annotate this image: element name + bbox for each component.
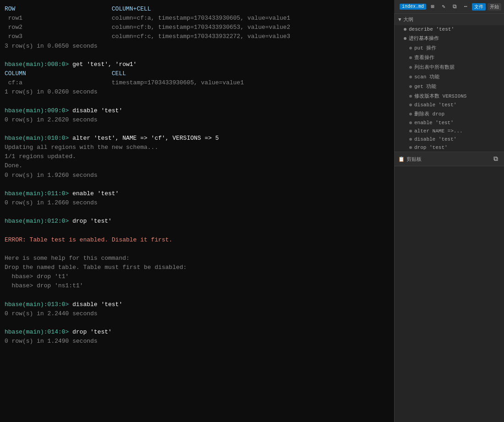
help-text: hbase> drop 'ns1:t1' xyxy=(5,282,83,289)
outline-dot xyxy=(409,66,412,69)
prompt-cmd: drop 'test' xyxy=(69,329,112,335)
outline-item[interactable]: 修改版本数 VERSIONS xyxy=(395,91,504,101)
terminal-line: hbase(main):010:0> alter 'test', NAME =>… xyxy=(5,134,390,143)
edit-icon[interactable]: ✎ xyxy=(439,2,448,11)
terminal-line: 0 row(s) in 2.2620 seconds xyxy=(5,115,390,125)
outline-item-label: disable 'test' xyxy=(414,137,456,142)
error-text: ERROR: Table test is enabled. Disable it… xyxy=(5,236,173,243)
row-cell-header: ROW COLUMN+CELL xyxy=(5,5,151,12)
outline-dot xyxy=(409,138,412,141)
output-text: Done. xyxy=(5,162,22,169)
output-text: cf:a timestamp=1703433930605, value=valu… xyxy=(5,79,244,86)
output-text: 1/1 regions updated. xyxy=(5,153,76,160)
terminal-line xyxy=(5,51,390,60)
outline-item-label: put 操作 xyxy=(414,44,436,51)
outline-group-header[interactable]: ▼ 大纲 xyxy=(395,14,504,25)
terminal-line: 0 row(s) in 1.2660 seconds xyxy=(5,198,390,208)
prompt-cmd: disable 'test' xyxy=(69,301,122,308)
outline-item[interactable]: get 功能 xyxy=(395,82,504,91)
prompt-label: hbase(main):012:0> xyxy=(5,218,69,225)
outline-item-label: 列出表中所有数据 xyxy=(414,64,455,71)
outline-label: 大纲 xyxy=(403,16,413,23)
output-text: row2 column=cf:b, timestamp=170343393065… xyxy=(5,24,290,31)
outline-dot xyxy=(409,121,412,124)
outline-dot xyxy=(409,76,412,78)
outline-item-label: drop 'test' xyxy=(414,145,448,150)
terminal-line xyxy=(5,97,390,106)
output-text: 0 row(s) in 1.2490 seconds xyxy=(5,338,98,345)
more-icon[interactable]: ⋯ xyxy=(461,2,470,11)
terminal-line: Drop the named table. Table must first b… xyxy=(5,263,390,272)
output-text: 3 row(s) in 0.0650 seconds xyxy=(5,43,98,49)
terminal-line: Here is some help for this command: xyxy=(5,254,390,263)
outline-dot xyxy=(409,113,412,115)
outline-item[interactable]: 列出表中所有数据 xyxy=(395,62,504,72)
outline-dot xyxy=(409,47,412,49)
terminal-line xyxy=(5,318,390,328)
terminal-line: Done. xyxy=(5,161,390,170)
prompt-cmd: alter 'test', NAME => 'cf', VERSIONS => … xyxy=(69,135,219,142)
terminal-line: COLUMN CELL xyxy=(5,69,390,78)
file-badge[interactable]: index.md xyxy=(400,4,426,10)
terminal-line: row2 column=cf:b, timestamp=170343393065… xyxy=(5,23,390,32)
terminal-line: ROW COLUMN+CELL xyxy=(5,5,390,14)
output-text: 0 row(s) in 2.2440 seconds xyxy=(5,310,98,317)
output-text: row3 column=cf:c, timestamp=170343393227… xyxy=(5,33,290,40)
help-text: Here is some help for this command: xyxy=(5,255,130,262)
file-btn[interactable]: 文件 xyxy=(472,3,486,11)
clipboard-icon: 📋 xyxy=(398,156,405,162)
outline-item-label: scan 功能 xyxy=(414,73,439,80)
outline-item[interactable]: alter NAME =>... xyxy=(395,127,504,135)
outline-item[interactable]: drop 'test' xyxy=(395,143,504,152)
outline-item[interactable]: put 操作 xyxy=(395,43,504,53)
grid-icon[interactable]: ⊞ xyxy=(428,2,437,11)
outline-item[interactable]: 删除表 drop xyxy=(395,109,504,119)
outline-dot xyxy=(404,37,406,40)
outline-dot xyxy=(409,146,412,149)
outline-item[interactable]: 查看操作 xyxy=(395,53,504,62)
outline-item[interactable]: scan 功能 xyxy=(395,72,504,82)
outline-item-label: 删除表 drop xyxy=(414,110,444,117)
outline-item[interactable]: disable 'test' xyxy=(395,135,504,143)
terminal-line xyxy=(5,245,390,254)
terminal-line: hbase(main):008:0> get 'test', 'row1' xyxy=(5,60,390,69)
outline-item[interactable]: describe 'test' xyxy=(395,25,504,33)
prompt-cmd: enable 'test' xyxy=(69,190,119,197)
prompt-label: hbase(main):008:0> xyxy=(5,61,69,68)
terminal-line: hbase> drop 'ns1:t1' xyxy=(5,281,390,290)
terminal-line: hbase(main):009:0> disable 'test' xyxy=(5,106,390,115)
prompt-label: hbase(main):013:0> xyxy=(5,301,69,308)
outline-dot xyxy=(409,130,412,132)
prompt-label: hbase(main):009:0> xyxy=(5,107,69,114)
outline-items-container: describe 'test'进行基本操作put 操作查看操作列出表中所有数据s… xyxy=(395,25,504,152)
clipboard-expand-icon[interactable]: ⧉ xyxy=(491,154,500,164)
split-icon[interactable]: ⧉ xyxy=(450,2,459,11)
terminal-line: 0 row(s) in 1.2490 seconds xyxy=(5,337,390,346)
clipboard-header[interactable]: 📋 剪贴板 ⧉ xyxy=(395,152,504,166)
outline-dot xyxy=(404,28,406,31)
output-text: 0 row(s) in 1.9260 seconds xyxy=(5,172,98,179)
open-btn[interactable]: 开始 xyxy=(488,3,501,11)
output-text: 0 row(s) in 2.2620 seconds xyxy=(5,116,98,123)
output-text: Updating all regions with the new schema… xyxy=(5,144,158,151)
terminal-line: hbase(main):012:0> drop 'test' xyxy=(5,217,390,226)
clipboard-label: 剪贴板 xyxy=(406,156,422,163)
prompt-label: hbase(main):010:0> xyxy=(5,135,69,142)
outline-item[interactable]: disable 'test' xyxy=(395,101,504,109)
terminal-line: 1 row(s) in 0.0260 seconds xyxy=(5,88,390,97)
outline-item-label: 进行基本操作 xyxy=(409,35,439,42)
outline-item-label: 查看操作 xyxy=(414,54,434,61)
terminal-line: hbase(main):013:0> disable 'test' xyxy=(5,300,390,309)
terminal-line: 0 row(s) in 1.9260 seconds xyxy=(5,171,390,180)
outline-item[interactable]: enable 'test' xyxy=(395,119,504,127)
terminal-panel[interactable]: ROW COLUMN+CELL row1 column=cf:a, timest… xyxy=(0,0,394,422)
right-top-bar: index.md ⊞ ✎ ⧉ ⋯ 文件 开始 xyxy=(394,0,504,14)
terminal-line: row1 column=cf:a, timestamp=170343393060… xyxy=(5,14,390,23)
terminal-line xyxy=(5,125,390,134)
help-text: Drop the named table. Table must first b… xyxy=(5,264,187,271)
outline-item[interactable]: 进行基本操作 xyxy=(395,33,504,43)
outline-item-label: enable 'test' xyxy=(414,120,454,126)
outline-dot xyxy=(409,104,412,106)
prompt-cmd: drop 'test' xyxy=(69,218,112,225)
terminal-line: hbase(main):014:0> drop 'test' xyxy=(5,328,390,337)
